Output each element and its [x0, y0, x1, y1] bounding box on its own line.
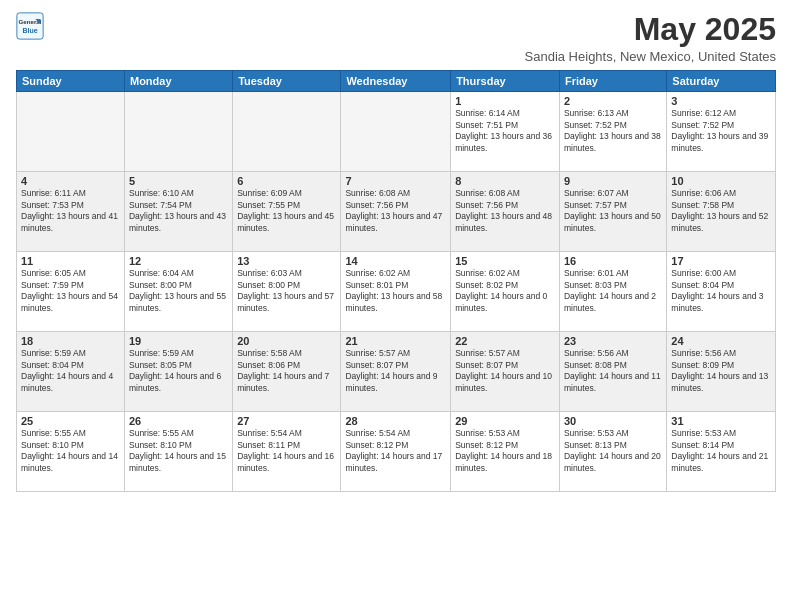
day-cell-1-4: 8 Sunrise: 6:08 AM Sunset: 7:56 PM Dayli… — [451, 172, 560, 252]
day-cell-3-5: 23 Sunrise: 5:56 AM Sunset: 8:08 PM Dayl… — [559, 332, 666, 412]
sunrise: Sunrise: 6:08 AM — [345, 188, 410, 198]
day-info: Sunrise: 6:02 AM Sunset: 8:01 PM Dayligh… — [345, 268, 446, 314]
day-cell-3-3: 21 Sunrise: 5:57 AM Sunset: 8:07 PM Dayl… — [341, 332, 451, 412]
sunrise: Sunrise: 5:59 AM — [129, 348, 194, 358]
daylight: Daylight: 13 hours and 52 minutes. — [671, 211, 768, 232]
daylight: Daylight: 14 hours and 16 minutes. — [237, 451, 334, 472]
day-number: 19 — [129, 335, 228, 347]
daylight: Daylight: 13 hours and 55 minutes. — [129, 291, 226, 312]
day-cell-3-2: 20 Sunrise: 5:58 AM Sunset: 8:06 PM Dayl… — [233, 332, 341, 412]
day-info: Sunrise: 6:05 AM Sunset: 7:59 PM Dayligh… — [21, 268, 120, 314]
day-info: Sunrise: 5:55 AM Sunset: 8:10 PM Dayligh… — [129, 428, 228, 474]
sunset: Sunset: 8:02 PM — [455, 280, 518, 290]
day-cell-2-4: 15 Sunrise: 6:02 AM Sunset: 8:02 PM Dayl… — [451, 252, 560, 332]
day-number: 18 — [21, 335, 120, 347]
day-number: 14 — [345, 255, 446, 267]
sunrise: Sunrise: 6:07 AM — [564, 188, 629, 198]
sunset: Sunset: 8:08 PM — [564, 360, 627, 370]
day-number: 3 — [671, 95, 771, 107]
calendar-page: General Blue May 2025 Sandia Heights, Ne… — [0, 0, 792, 612]
daylight: Daylight: 13 hours and 41 minutes. — [21, 211, 118, 232]
day-info: Sunrise: 5:53 AM Sunset: 8:14 PM Dayligh… — [671, 428, 771, 474]
sunrise: Sunrise: 6:14 AM — [455, 108, 520, 118]
weekday-header-row: Sunday Monday Tuesday Wednesday Thursday… — [17, 71, 776, 92]
day-number: 21 — [345, 335, 446, 347]
sunset: Sunset: 8:12 PM — [345, 440, 408, 450]
daylight: Daylight: 13 hours and 50 minutes. — [564, 211, 661, 232]
daylight: Daylight: 14 hours and 15 minutes. — [129, 451, 226, 472]
daylight: Daylight: 13 hours and 43 minutes. — [129, 211, 226, 232]
day-cell-3-1: 19 Sunrise: 5:59 AM Sunset: 8:05 PM Dayl… — [124, 332, 232, 412]
daylight: Daylight: 14 hours and 2 minutes. — [564, 291, 656, 312]
sunrise: Sunrise: 6:10 AM — [129, 188, 194, 198]
sunset: Sunset: 7:51 PM — [455, 120, 518, 130]
sunrise: Sunrise: 5:57 AM — [455, 348, 520, 358]
day-cell-1-2: 6 Sunrise: 6:09 AM Sunset: 7:55 PM Dayli… — [233, 172, 341, 252]
day-info: Sunrise: 5:53 AM Sunset: 8:13 PM Dayligh… — [564, 428, 662, 474]
day-number: 30 — [564, 415, 662, 427]
week-row-5: 25 Sunrise: 5:55 AM Sunset: 8:10 PM Dayl… — [17, 412, 776, 492]
day-info: Sunrise: 6:07 AM Sunset: 7:57 PM Dayligh… — [564, 188, 662, 234]
sunrise: Sunrise: 6:01 AM — [564, 268, 629, 278]
day-cell-4-0: 25 Sunrise: 5:55 AM Sunset: 8:10 PM Dayl… — [17, 412, 125, 492]
day-cell-0-4: 1 Sunrise: 6:14 AM Sunset: 7:51 PM Dayli… — [451, 92, 560, 172]
day-number: 16 — [564, 255, 662, 267]
header: General Blue May 2025 Sandia Heights, Ne… — [16, 12, 776, 64]
day-info: Sunrise: 5:56 AM Sunset: 8:08 PM Dayligh… — [564, 348, 662, 394]
sunrise: Sunrise: 6:06 AM — [671, 188, 736, 198]
daylight: Daylight: 14 hours and 13 minutes. — [671, 371, 768, 392]
daylight: Daylight: 14 hours and 20 minutes. — [564, 451, 661, 472]
day-cell-1-6: 10 Sunrise: 6:06 AM Sunset: 7:58 PM Dayl… — [667, 172, 776, 252]
day-info: Sunrise: 5:57 AM Sunset: 8:07 PM Dayligh… — [345, 348, 446, 394]
day-cell-3-4: 22 Sunrise: 5:57 AM Sunset: 8:07 PM Dayl… — [451, 332, 560, 412]
daylight: Daylight: 14 hours and 4 minutes. — [21, 371, 113, 392]
day-cell-2-3: 14 Sunrise: 6:02 AM Sunset: 8:01 PM Dayl… — [341, 252, 451, 332]
day-cell-0-2 — [233, 92, 341, 172]
header-monday: Monday — [124, 71, 232, 92]
day-cell-1-3: 7 Sunrise: 6:08 AM Sunset: 7:56 PM Dayli… — [341, 172, 451, 252]
sunrise: Sunrise: 6:11 AM — [21, 188, 86, 198]
day-number: 4 — [21, 175, 120, 187]
sunrise: Sunrise: 5:54 AM — [345, 428, 410, 438]
daylight: Daylight: 14 hours and 18 minutes. — [455, 451, 552, 472]
sunrise: Sunrise: 5:59 AM — [21, 348, 86, 358]
day-cell-3-6: 24 Sunrise: 5:56 AM Sunset: 8:09 PM Dayl… — [667, 332, 776, 412]
day-info: Sunrise: 6:06 AM Sunset: 7:58 PM Dayligh… — [671, 188, 771, 234]
header-sunday: Sunday — [17, 71, 125, 92]
sunrise: Sunrise: 6:03 AM — [237, 268, 302, 278]
day-info: Sunrise: 6:00 AM Sunset: 8:04 PM Dayligh… — [671, 268, 771, 314]
day-number: 12 — [129, 255, 228, 267]
day-info: Sunrise: 5:54 AM Sunset: 8:12 PM Dayligh… — [345, 428, 446, 474]
sunset: Sunset: 7:56 PM — [345, 200, 408, 210]
daylight: Daylight: 13 hours and 58 minutes. — [345, 291, 442, 312]
sunrise: Sunrise: 6:00 AM — [671, 268, 736, 278]
day-info: Sunrise: 6:08 AM Sunset: 7:56 PM Dayligh… — [345, 188, 446, 234]
sunrise: Sunrise: 5:53 AM — [564, 428, 629, 438]
day-info: Sunrise: 6:11 AM Sunset: 7:53 PM Dayligh… — [21, 188, 120, 234]
sunset: Sunset: 8:10 PM — [129, 440, 192, 450]
location: Sandia Heights, New Mexico, United State… — [525, 49, 776, 64]
sunset: Sunset: 8:10 PM — [21, 440, 84, 450]
day-cell-0-5: 2 Sunrise: 6:13 AM Sunset: 7:52 PM Dayli… — [559, 92, 666, 172]
day-info: Sunrise: 6:01 AM Sunset: 8:03 PM Dayligh… — [564, 268, 662, 314]
day-cell-1-0: 4 Sunrise: 6:11 AM Sunset: 7:53 PM Dayli… — [17, 172, 125, 252]
day-number: 13 — [237, 255, 336, 267]
daylight: Daylight: 13 hours and 54 minutes. — [21, 291, 118, 312]
day-number: 6 — [237, 175, 336, 187]
sunset: Sunset: 8:00 PM — [237, 280, 300, 290]
day-info: Sunrise: 5:57 AM Sunset: 8:07 PM Dayligh… — [455, 348, 555, 394]
day-number: 8 — [455, 175, 555, 187]
daylight: Daylight: 14 hours and 7 minutes. — [237, 371, 329, 392]
day-info: Sunrise: 5:53 AM Sunset: 8:12 PM Dayligh… — [455, 428, 555, 474]
sunset: Sunset: 7:58 PM — [671, 200, 734, 210]
header-saturday: Saturday — [667, 71, 776, 92]
sunset: Sunset: 7:52 PM — [564, 120, 627, 130]
svg-rect-0 — [17, 13, 43, 39]
daylight: Daylight: 13 hours and 47 minutes. — [345, 211, 442, 232]
day-cell-4-5: 30 Sunrise: 5:53 AM Sunset: 8:13 PM Dayl… — [559, 412, 666, 492]
day-info: Sunrise: 6:09 AM Sunset: 7:55 PM Dayligh… — [237, 188, 336, 234]
day-cell-0-0 — [17, 92, 125, 172]
sunrise: Sunrise: 5:53 AM — [671, 428, 736, 438]
day-number: 2 — [564, 95, 662, 107]
day-number: 31 — [671, 415, 771, 427]
